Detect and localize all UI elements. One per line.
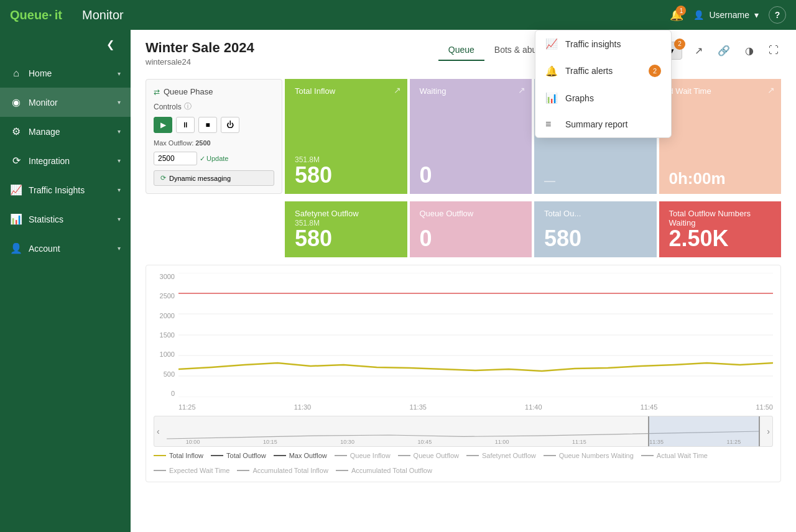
layout: ❮ ⌂ Home ▾ ◉ Monitor ▾ ⚙ Manage ▾ ⟳ Inte… bbox=[0, 30, 796, 532]
traffic-alerts-badge: 2 bbox=[649, 65, 661, 77]
metric-safetynet-outflow: Safetynet Outflow 351.8M 580 bbox=[285, 201, 407, 257]
pause-button[interactable]: ⏸ bbox=[176, 117, 195, 133]
chart-x-axis: 11:25 11:30 11:35 11:40 11:45 11:50 bbox=[178, 403, 773, 416]
nav-time: 10:45 bbox=[418, 439, 432, 445]
legend-label: Total Inflow bbox=[169, 452, 203, 459]
manage-icon: ⚙ bbox=[10, 126, 22, 137]
dropdown-item-summary-report[interactable]: ≡ Summary report bbox=[535, 111, 671, 137]
legend-label: Accumulated Total Inflow bbox=[252, 467, 328, 474]
metric-big: 580 bbox=[295, 227, 397, 250]
y-label: 1500 bbox=[160, 331, 175, 339]
graphs-icon: 📊 bbox=[545, 92, 558, 104]
metric-title: Total Ou... bbox=[544, 209, 647, 218]
x-label: 11:45 bbox=[641, 403, 658, 416]
legend-label: Accumulated Total Outflow bbox=[351, 467, 432, 474]
chevron-down-icon: ▾ bbox=[118, 157, 121, 164]
y-label: 2000 bbox=[160, 312, 175, 319]
sidebar-item-manage[interactable]: ⚙ Manage ▾ bbox=[0, 117, 131, 146]
queue-phase-label: Queue Phase bbox=[164, 87, 213, 96]
fullscreen-button[interactable]: ⛶ bbox=[766, 42, 781, 58]
metric-title: Safetynet Outflow bbox=[295, 209, 397, 218]
help-button[interactable]: ? bbox=[769, 6, 786, 24]
play-button[interactable]: ▶ bbox=[154, 117, 172, 133]
legend-label: Expected Wait Time bbox=[169, 467, 229, 474]
stop-button[interactable]: ■ bbox=[198, 117, 217, 133]
dropdown-item-traffic-alerts[interactable]: 🔔 Traffic alerts 2 bbox=[535, 57, 671, 85]
legend-item-max-outflow: Max Outflow bbox=[274, 452, 327, 459]
sidebar-item-monitor[interactable]: ◉ Monitor ▾ bbox=[0, 88, 131, 117]
nav-time: 11:00 bbox=[495, 439, 509, 445]
link-button[interactable]: 🔗 bbox=[715, 42, 733, 59]
dropdown-item-traffic-insights[interactable]: 📈 Traffic insights bbox=[535, 30, 671, 57]
control-card: ⇄ Queue Phase Controls ⓘ ▶ ⏸ ■ ⏻ Max O bbox=[146, 79, 282, 194]
max-outflow-input[interactable] bbox=[154, 152, 197, 165]
y-label: 0 bbox=[171, 390, 175, 397]
legend-label: Safetynet Outflow bbox=[482, 452, 536, 459]
nav-time: 10:15 bbox=[263, 439, 277, 445]
metric-queue-outflow: Queue Outflow 0 bbox=[410, 201, 532, 257]
legend-label: Actual Wait Time bbox=[657, 452, 708, 459]
legend-item-total-inflow: Total Inflow bbox=[154, 452, 203, 459]
metric-2-50k: Total Outflow Numbers Waiting 2.50K bbox=[659, 201, 782, 257]
corner-icon: ↗ bbox=[394, 85, 401, 95]
update-button[interactable]: ✓ Update bbox=[200, 155, 228, 163]
power-button[interactable]: ⏻ bbox=[221, 117, 239, 133]
monitor-icon: ◉ bbox=[10, 96, 22, 108]
navigator-left-arrow[interactable]: ‹ bbox=[157, 426, 160, 436]
user-menu[interactable]: 👤 Username ▾ bbox=[693, 10, 759, 20]
legend-line bbox=[641, 455, 654, 456]
legend-item-actual-wait-time: Actual Wait Time bbox=[641, 452, 708, 459]
metric-title: Waiting bbox=[420, 86, 522, 96]
logo[interactable]: Queue·it bbox=[10, 8, 62, 22]
metric-big: 0 bbox=[420, 227, 522, 250]
metrics-row-2: Safetynet Outflow 351.8M 580 Queue Outfl… bbox=[285, 201, 781, 257]
legend-item-accumulated-total-inflow: Accumulated Total Inflow bbox=[237, 467, 328, 474]
page-header: Winter Sale 2024 wintersale24 Queue Bots… bbox=[131, 30, 796, 66]
sidebar-collapse-button[interactable]: ❮ bbox=[96, 34, 124, 55]
navigator-right-arrow[interactable]: › bbox=[767, 426, 770, 436]
external-link-button[interactable]: ↗ bbox=[692, 42, 705, 59]
main-content: Winter Sale 2024 wintersale24 Queue Bots… bbox=[131, 30, 796, 532]
notification-button[interactable]: 🔔 1 bbox=[670, 8, 683, 22]
sidebar-item-home[interactable]: ⌂ Home ▾ bbox=[0, 59, 131, 88]
chart-plot bbox=[178, 273, 773, 397]
logo-suffix: it bbox=[55, 8, 62, 22]
y-label: 1000 bbox=[160, 351, 175, 358]
max-outflow-label: Max Outflow: 2500 bbox=[154, 139, 211, 147]
sidebar-item-statistics[interactable]: 📊 Statistics ▾ bbox=[0, 204, 131, 234]
chart-area: 3000 2500 2000 1500 1000 500 0 bbox=[154, 273, 773, 416]
metric-big: 0 bbox=[420, 164, 522, 186]
nav-time: 11:15 bbox=[572, 439, 586, 445]
chart-navigator[interactable]: ‹ 10:00 10:15 10:30 10:45 11:00 11:15 bbox=[154, 416, 773, 447]
sidebar-item-integration[interactable]: ⟳ Integration ▾ bbox=[0, 146, 131, 175]
traffic-insights-icon: 📈 bbox=[545, 38, 558, 50]
nav-time: 11:35 bbox=[649, 439, 664, 445]
chart-legend: Total Inflow Total Outflow Max Outflow Q… bbox=[154, 452, 773, 474]
legend-line bbox=[398, 455, 410, 456]
nav-time: 10:00 bbox=[186, 439, 200, 445]
contrast-button[interactable]: ◑ bbox=[743, 42, 756, 59]
tab-queue[interactable]: Queue bbox=[438, 40, 484, 61]
legend-label: Max Outflow bbox=[289, 452, 327, 459]
home-icon: ⌂ bbox=[10, 68, 22, 79]
legend-line bbox=[466, 455, 479, 456]
corner-icon: ↗ bbox=[518, 85, 525, 95]
sidebar-item-account[interactable]: 👤 Account ▾ bbox=[0, 234, 131, 263]
page-heading: Monitor bbox=[82, 8, 670, 22]
notification-badge: 1 bbox=[676, 6, 686, 16]
sidebar-item-traffic-insights[interactable]: 📈 Traffic Insights ▾ bbox=[0, 175, 131, 204]
dropdown-menu: 📈 Traffic insights 🔔 Traffic alerts 2 📊 … bbox=[535, 30, 672, 138]
page-subtitle: wintersale24 bbox=[146, 57, 254, 66]
statistics-icon: 📊 bbox=[10, 213, 22, 225]
legend-item-queue-numbers-waiting: Queue Numbers Waiting bbox=[544, 452, 634, 459]
chevron-down-icon: ▾ bbox=[118, 216, 121, 222]
x-label: 11:35 bbox=[409, 403, 427, 416]
dropdown-item-graphs[interactable]: 📊 Graphs bbox=[535, 85, 671, 111]
chevron-down-icon: ▾ bbox=[118, 186, 121, 193]
chevron-down-icon: ▾ bbox=[118, 128, 121, 135]
metric-big: 0h:00m bbox=[669, 170, 772, 186]
max-outflow-input-row: ✓ Update bbox=[154, 152, 274, 165]
nav-time: 11:25 bbox=[727, 439, 741, 445]
dynamic-messaging-button[interactable]: ⟳ Dynamic messaging bbox=[154, 170, 274, 186]
nav-time: 10:30 bbox=[340, 439, 354, 445]
